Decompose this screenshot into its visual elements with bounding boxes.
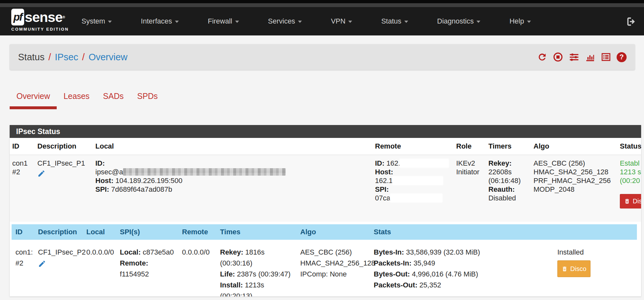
chevron-down-icon bbox=[348, 21, 352, 23]
col-description: Description bbox=[34, 228, 82, 236]
child-description-cell: CF1_IPsec_P2 bbox=[34, 247, 82, 296]
nav-item-help[interactable]: Help bbox=[509, 17, 531, 25]
col-id: ID bbox=[12, 228, 34, 236]
col-timers: Timers bbox=[486, 142, 531, 150]
col-id: ID bbox=[10, 142, 35, 150]
window-title-strip bbox=[0, 3, 644, 7]
child-algo-cell: AES_CBC (256) HMAC_SHA2_256_128 IPComp: … bbox=[296, 247, 370, 296]
sign-out-icon[interactable] bbox=[626, 16, 637, 27]
child-remote-cell: 0.0.0.0/0 bbox=[178, 247, 216, 296]
breadcrumb-separator: / bbox=[48, 52, 51, 63]
edit-icon[interactable] bbox=[37, 169, 45, 178]
help-icon[interactable]: ? bbox=[617, 52, 627, 62]
col-algo: Algo bbox=[296, 228, 370, 236]
breadcrumb-bar: Status / IPsec / Overview ? bbox=[10, 44, 635, 70]
status-established: Establ bbox=[620, 159, 641, 168]
child-stats-cell: Bytes-In: 33,586,939 (32.03 MiB) Packets… bbox=[370, 247, 553, 296]
window-top-strip bbox=[0, 0, 644, 3]
nav-item-vpn[interactable]: VPN bbox=[331, 17, 352, 25]
ike-table-header: ID Description Local Remote Role Timers … bbox=[10, 138, 641, 155]
col-remote: Remote bbox=[372, 142, 454, 150]
breadcrumb-separator: / bbox=[82, 52, 85, 63]
pf-logo-box: pf bbox=[11, 9, 24, 25]
child-local-cell: 0.0.0.0/0 bbox=[82, 247, 116, 296]
ike-sa-table: ID Description Local Remote Role Timers … bbox=[10, 138, 641, 222]
stop-icon[interactable] bbox=[553, 52, 563, 62]
tab-spds[interactable]: SPDs bbox=[130, 92, 165, 109]
redacted-white bbox=[393, 177, 443, 185]
ike-remote-cell: ID: 162. Host: 162.1 SPI: 07ca bbox=[372, 159, 454, 217]
registered-mark: ® bbox=[62, 15, 65, 19]
ike-algo-cell: AES_CBC (256) HMAC_SHA2_256_128 PRF_HMAC… bbox=[531, 159, 617, 217]
child-sa-table: ID Description Local SPI(s) Remote Times… bbox=[12, 224, 637, 296]
ike-timers-cell: Rekey: 22608s (06:16:48) Reauth: Disable… bbox=[486, 159, 531, 217]
edit-icon[interactable] bbox=[38, 260, 46, 268]
col-remote: Remote bbox=[178, 228, 216, 236]
ipsec-status-panel: IPsec Status ID Description Local Remote… bbox=[10, 125, 641, 296]
col-spis: SPI(s) bbox=[116, 228, 178, 236]
ike-id-cell: con1 #2 bbox=[10, 159, 35, 217]
col-local: Local bbox=[82, 228, 116, 236]
child-table-header: ID Description Local SPI(s) Remote Times… bbox=[12, 224, 637, 240]
chevron-down-icon bbox=[404, 21, 408, 23]
ike-sa-row: con1 #2 CF1_IPsec_P1 ID: ipsec@a Host: 1… bbox=[10, 155, 641, 222]
col-stats: Stats bbox=[370, 228, 553, 236]
redacted-blur bbox=[123, 168, 286, 176]
nav-item-diagnostics[interactable]: Diagnostics bbox=[437, 17, 481, 25]
col-role: Role bbox=[454, 142, 486, 150]
col-algo: Algo bbox=[531, 142, 617, 150]
refresh-icon[interactable] bbox=[537, 52, 547, 62]
child-id-cell: con1: #2 bbox=[12, 247, 34, 296]
child-status-cell: Installed Disco bbox=[553, 247, 637, 296]
col-times: Times bbox=[216, 228, 296, 236]
tab-sads[interactable]: SADs bbox=[96, 92, 130, 109]
ike-role-cell: IKEv2 Initiator bbox=[454, 159, 486, 217]
disconnect-child-button[interactable]: Disco bbox=[557, 260, 591, 277]
panel-title: IPsec Status bbox=[10, 125, 641, 138]
col-description: Description bbox=[35, 142, 93, 150]
nav-item-services[interactable]: Services bbox=[268, 17, 302, 25]
nav-item-firewall[interactable]: Firewall bbox=[208, 17, 239, 25]
redacted-white bbox=[390, 194, 442, 202]
chevron-down-icon bbox=[235, 21, 239, 23]
ike-description: CF1_IPsec_P1 bbox=[37, 159, 93, 168]
trash-icon bbox=[624, 198, 630, 205]
breadcrumb-ipsec-link[interactable]: IPsec bbox=[55, 52, 78, 63]
child-description: CF1_IPsec_P2 bbox=[38, 247, 82, 258]
pf-logo-text: pf bbox=[13, 11, 22, 23]
chevron-down-icon bbox=[108, 21, 112, 23]
nav-item-interfaces[interactable]: Interfaces bbox=[141, 17, 179, 25]
ike-status-cell: Establ 1213 s (00:20 Dis bbox=[617, 159, 641, 217]
trash-icon bbox=[562, 266, 568, 272]
chevron-down-icon bbox=[527, 21, 531, 23]
main-navbar: pf sense® COMMUNITY EDITION System Inter… bbox=[0, 7, 644, 35]
disconnect-button[interactable]: Dis bbox=[620, 194, 641, 208]
community-edition-label: COMMUNITY EDITION bbox=[11, 27, 69, 32]
chevron-down-icon bbox=[298, 21, 302, 23]
nav-menu: System Interfaces Firewall Services VPN … bbox=[82, 7, 560, 35]
redacted-white bbox=[400, 159, 448, 167]
sense-logo-text: sense® bbox=[25, 9, 65, 25]
col-status: Status bbox=[617, 142, 641, 150]
breadcrumb-overview-link[interactable]: Overview bbox=[89, 52, 128, 63]
ike-local-cell: ID: ipsec@a Host: 104.189.226.195:500 SP… bbox=[93, 159, 372, 217]
list-icon[interactable] bbox=[601, 52, 611, 62]
child-sa-row: con1: #2 CF1_IPsec_P2 0.0.0.0/0 Local: c… bbox=[12, 240, 637, 296]
page-action-icons: ? bbox=[537, 52, 627, 62]
nav-item-status[interactable]: Status bbox=[381, 17, 408, 25]
child-sa-section: ID Description Local SPI(s) Remote Times… bbox=[10, 222, 639, 296]
status-installed: Installed bbox=[557, 247, 637, 258]
ipsec-tabs: Overview Leases SADs SPDs bbox=[10, 92, 165, 109]
pfsense-logo[interactable]: pf sense® COMMUNITY EDITION bbox=[11, 9, 69, 32]
ike-description-cell: CF1_IPsec_P1 bbox=[35, 159, 93, 217]
tab-overview[interactable]: Overview bbox=[10, 92, 57, 109]
bar-chart-icon[interactable] bbox=[585, 52, 595, 62]
nav-item-system[interactable]: System bbox=[82, 17, 112, 25]
child-times-cell: Rekey: 1816s (00:30:16) Life: 2387s (00:… bbox=[216, 247, 296, 296]
child-spis-cell: Local: c873e5a0 Remote: f1154952 bbox=[116, 247, 178, 296]
tab-leases[interactable]: Leases bbox=[57, 92, 96, 109]
chevron-down-icon bbox=[175, 21, 179, 23]
breadcrumb-status: Status bbox=[18, 52, 44, 63]
col-local: Local bbox=[93, 142, 372, 150]
sliders-icon[interactable] bbox=[569, 52, 580, 62]
